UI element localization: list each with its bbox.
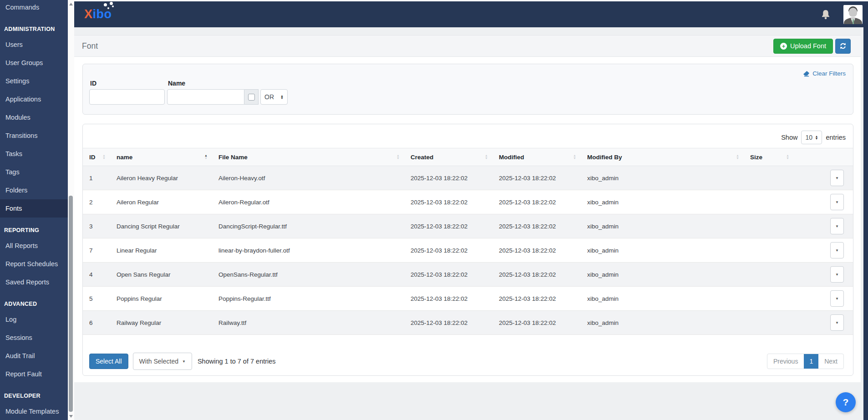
sidebar-item-modules[interactable]: Modules [0,108,68,127]
row-actions-dropdown[interactable]: ▼ [830,218,844,234]
column-header-size[interactable]: Size▲▼ [744,148,794,166]
upload-font-button[interactable]: + Upload Font [773,39,833,54]
logo-text-x: X [84,7,93,21]
fonts-table-body: 1Aileron Heavy RegularAileron-Heavy.otf2… [83,166,853,335]
user-avatar[interactable] [843,5,863,24]
sidebar-item-report-fault[interactable]: Report Fault [0,365,68,383]
cell-modified: 2025-12-03 18:22:02 [492,238,581,263]
sidebar-item-transitions[interactable]: Transitions [0,127,68,145]
sidebar-item-tags[interactable]: Tags [0,163,68,181]
row-actions-dropdown[interactable]: ▼ [830,170,844,186]
cell-actions: ▼ [794,190,853,214]
cell-size [744,287,794,311]
column-header-file-name[interactable]: File Name▲▼ [212,148,404,166]
sidebar-item-log[interactable]: Log [0,310,68,329]
sidebar-item-all-reports[interactable]: All Reports [0,237,68,255]
scrollbar-up-icon[interactable] [69,3,73,5]
cell-actions: ▼ [794,166,853,190]
sidebar-item-audit-trail[interactable]: Audit Trail [0,347,68,365]
row-actions-dropdown[interactable]: ▼ [830,266,844,283]
row-actions-dropdown[interactable]: ▼ [830,194,844,210]
with-selected-label: With Selected [139,358,178,365]
pagination-previous[interactable]: Previous [767,354,804,369]
sidebar-item-users[interactable]: Users [0,35,68,54]
main-content: Font + Upload Font Clear Filters I [74,27,861,420]
column-header-modified-by[interactable]: Modified By▲▼ [581,148,744,166]
upload-font-label: Upload Font [790,42,826,50]
pagination-page-1[interactable]: 1 [804,354,818,369]
id-filter-label: ID [90,80,96,87]
cell-file-name: Poppins-Regular.ttf [212,287,404,311]
name-filter-checkbox[interactable] [248,94,255,101]
select-all-button[interactable]: Select All [89,354,128,369]
pagination-next[interactable]: Next [818,354,843,369]
sidebar-item-user-groups[interactable]: User Groups [0,54,68,72]
cell-id: 3 [83,214,110,238]
notifications-bell-icon[interactable] [821,9,831,20]
column-label: Size [750,154,762,161]
id-filter-input[interactable] [89,89,165,105]
sidebar-item-report-schedules[interactable]: Report Schedules [0,255,68,273]
avatar-face [849,8,857,17]
caret-down-icon: ▼ [835,297,839,301]
column-label: Created [411,154,433,161]
sidebar-item-applications[interactable]: Applications [0,90,68,108]
cell-id: 6 [83,311,110,335]
sidebar-item-saved-reports[interactable]: Saved Reports [0,273,68,291]
with-selected-dropdown[interactable]: With Selected ▼ [133,353,192,370]
sidebar-item-module-templates[interactable]: Module Templates [0,402,68,420]
cell-actions: ▼ [794,238,853,263]
top-navbar: Xibo [74,1,868,27]
sidebar-item-fonts[interactable]: Fonts [0,199,68,218]
table-row: 2Aileron RegularAileron-Regular.otf2025-… [83,190,853,214]
sidebar-item-commands[interactable]: Commands [0,0,68,16]
sidebar-item-tasks[interactable]: Tasks [0,145,68,163]
cell-modified-by: xibo_admin [581,238,744,263]
column-label: ID [89,154,96,161]
column-label: name [117,154,132,161]
sidebar-item-settings[interactable]: Settings [0,72,68,90]
page-scrollbar[interactable] [863,27,868,420]
clear-filters-link[interactable]: Clear Filters [803,70,846,77]
column-label: Modified [499,154,524,161]
cell-modified-by: xibo_admin [581,311,744,335]
sort-arrows-icon: ▲▼ [102,154,106,160]
row-actions-dropdown[interactable]: ▼ [830,290,844,307]
cell-created: 2025-12-03 18:22:02 [404,311,492,335]
row-actions-dropdown[interactable]: ▼ [830,314,844,331]
column-label: File Name [218,154,248,161]
sidebar-item-folders[interactable]: Folders [0,181,68,199]
column-header-name[interactable]: name▲▼ [110,148,212,166]
cell-name: Aileron Heavy Regular [110,166,212,190]
xibo-logo[interactable]: Xibo [84,7,112,21]
name-filter-input[interactable] [167,89,244,105]
page-length-select[interactable]: 10 ▲▼ [801,131,822,144]
select-arrows-icon: ▲▼ [280,95,284,100]
row-actions-dropdown[interactable]: ▼ [830,242,844,258]
column-header-created[interactable]: Created▲▼ [404,148,492,166]
caret-down-icon: ▼ [835,248,839,253]
logo-text-ibo: ibo [93,7,112,21]
sidebar-scrollbar-thumb[interactable] [69,196,73,412]
sidebar-scrollbar[interactable] [68,0,74,420]
sort-arrows-icon: ▲▼ [204,154,208,160]
column-header-id[interactable]: ID▲▼ [83,148,110,166]
logo-dot-icon [104,3,107,6]
sidebar-item-sessions[interactable]: Sessions [0,329,68,347]
cell-created: 2025-12-03 18:22:02 [404,263,492,287]
help-button[interactable]: ? [836,392,856,412]
scrollbar-down-icon[interactable] [69,415,73,418]
cell-id: 2 [83,190,110,214]
refresh-button[interactable] [835,39,851,54]
cell-size [744,214,794,238]
logo-dot-icon [112,5,114,7]
content-area: Clear Filters ID Name OR ▲▼ Show 10 [74,57,861,382]
cell-actions: ▼ [794,214,853,238]
caret-down-icon: ▼ [835,273,839,277]
sort-arrows-icon: ▲▼ [396,154,400,160]
show-label: Show [781,134,797,141]
column-header-modified[interactable]: Modified▲▼ [492,148,581,166]
cell-id: 4 [83,263,110,287]
cell-name: Open Sans Regular [110,263,212,287]
or-operator-select[interactable]: OR ▲▼ [260,89,288,105]
